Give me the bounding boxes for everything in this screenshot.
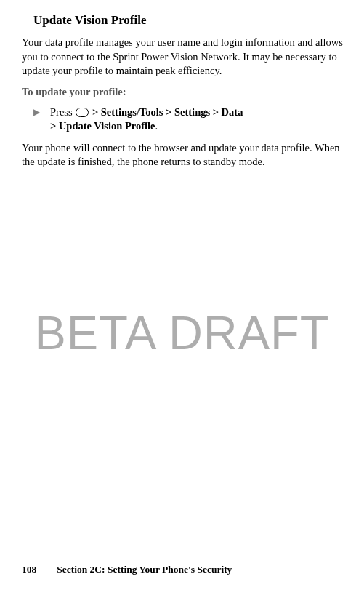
page-number: 108 [22,564,36,575]
menu-path-1: > Settings/Tools > Settings > Data [89,106,243,118]
section-label: Section 2C: Setting Your Phone's Securit… [57,564,232,575]
intro-paragraph: Your data profile manages your user name… [22,36,348,79]
press-label: Press [50,106,75,118]
instruction-row: ▶ Press •••••• > Settings/Tools > Settin… [33,105,348,134]
page-footer: 108Section 2C: Setting Your Phone's Secu… [22,564,232,575]
instruction-text: Press •••••• > Settings/Tools > Settings… [50,105,243,134]
period: . [155,120,158,132]
result-paragraph: Your phone will connect to the browser a… [22,141,348,170]
menu-path-2: > Update Vision Profile [50,120,155,132]
watermark: BETA DRAFT [0,306,364,360]
menu-key-icon: •••••• [76,108,89,117]
bullet-arrow-icon: ▶ [33,107,40,118]
sub-heading: To update your profile: [22,86,348,98]
page-heading: Update Vision Profile [33,13,348,28]
